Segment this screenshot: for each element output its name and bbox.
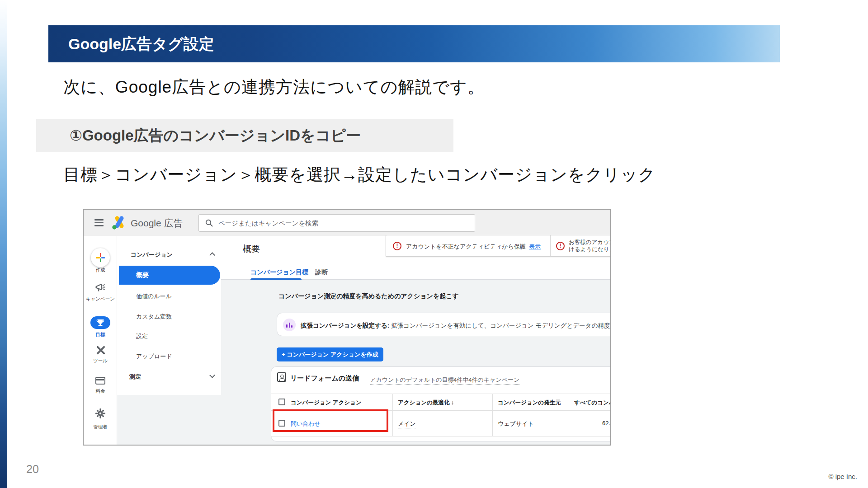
table-header-divider xyxy=(271,394,611,394)
hamburger-menu-icon[interactable] xyxy=(94,219,104,226)
goal-campaign-count[interactable]: 4件中4件のキャンペーン xyxy=(453,376,519,385)
red-annotation-box xyxy=(273,409,388,432)
nav-item-goal-selected[interactable] xyxy=(90,316,110,329)
secondary-section-measurement[interactable]: 測定 xyxy=(129,373,141,381)
active-tab-underline xyxy=(250,278,302,280)
step-label-box: ①Google広告のコンバージョンIDをコピー xyxy=(36,119,453,152)
bar-chart-icon xyxy=(283,319,296,331)
chevron-up-icon[interactable] xyxy=(209,252,215,258)
search-box[interactable] xyxy=(198,214,475,232)
google-ads-logo-text: Google 広告 xyxy=(131,217,183,230)
trophy-icon xyxy=(96,319,104,327)
copyright: © ipe Inc. xyxy=(828,473,857,480)
tab-conversion-goals[interactable]: コンバージョン目標 xyxy=(250,268,308,277)
search-icon xyxy=(205,219,213,227)
col-header-source: コンバージョンの発生元 xyxy=(498,399,561,407)
alert-show-link[interactable]: 表示 xyxy=(529,243,541,251)
enhanced-conversion-banner[interactable]: 拡張コンバージョンを設定する: 拡張コンバージョンを有効にして、コンバージョン … xyxy=(277,313,611,336)
primary-nav: 作成 キャンペーン 目標 ツール xyxy=(84,236,117,446)
megaphone-icon[interactable] xyxy=(95,283,106,292)
page-title: 概要 xyxy=(243,243,260,255)
action-heading: コンバージョン測定の精度を高めるためのアクションを起こす xyxy=(278,292,459,300)
header-checkbox[interactable] xyxy=(278,399,285,405)
column-divider xyxy=(569,394,569,436)
nav-label-campaign[interactable]: キャンペーン xyxy=(84,296,117,302)
nav-label-create[interactable]: 作成 xyxy=(84,267,117,273)
search-input[interactable] xyxy=(218,220,462,227)
secondary-item-settings[interactable]: 設定 xyxy=(136,332,148,340)
nav-item-create[interactable] xyxy=(91,248,110,267)
tab-diagnostics[interactable]: 診断 xyxy=(315,268,328,277)
lead-form-icon xyxy=(277,372,286,382)
billing-card-icon[interactable] xyxy=(95,377,105,385)
chevron-down-icon[interactable] xyxy=(209,372,215,378)
goal-title: リードフォームの送信 xyxy=(290,374,359,383)
secondary-section-conversion[interactable]: コンバージョン xyxy=(131,251,173,259)
gear-icon[interactable] xyxy=(95,408,105,418)
instruction-text: 目標＞コンバージョン＞概要を選択→設定したいコンバージョンをクリック xyxy=(63,164,656,186)
alert-exclamation-icon xyxy=(393,242,401,250)
alert-account-text: お客様のアカウン けるようになりま xyxy=(569,239,611,253)
left-gradient-stripe xyxy=(0,0,7,488)
secondary-item-value-rules[interactable]: 価値のルール xyxy=(136,292,172,300)
title-banner: Google広告タグ設定 xyxy=(48,25,780,62)
alert-strip: アカウントを不正なアクティビティから保護 表示 お客様のアカウン けるようになり… xyxy=(386,235,611,257)
tools-icon[interactable] xyxy=(95,345,105,355)
multicolor-plus-icon xyxy=(96,253,105,262)
row-conversions-value: 62. xyxy=(569,420,611,427)
alert-protect-text: アカウントを不正なアクティビティから保護 xyxy=(406,243,526,251)
banner-title: Google広告タグ設定 xyxy=(68,35,214,52)
slide: Google広告タグ設定 次に、Google広告との連携方法についての解説です。… xyxy=(0,0,868,488)
secondary-item-upload[interactable]: アップロード xyxy=(136,352,172,361)
create-conversion-action-button[interactable]: + コンバージョン アクションを作成 xyxy=(277,347,383,361)
nav-label-tools[interactable]: ツール xyxy=(84,357,117,364)
alert-exclamation-icon xyxy=(556,242,565,250)
nav-label-billing[interactable]: 料金 xyxy=(84,388,117,394)
alert-divider xyxy=(550,235,551,256)
intro-text: 次に、Google広告との連携方法についての解説です。 xyxy=(63,76,485,99)
secondary-item-overview-selected[interactable]: 概要 xyxy=(119,266,220,285)
page-number: 20 xyxy=(26,463,39,476)
goal-default-badge[interactable]: アカウントのデフォルトの目標 xyxy=(370,376,454,385)
google-ads-screenshot: Google 広告 作成 キャンペーン xyxy=(83,209,611,446)
step-label: ①Google広告のコンバージョンIDをコピー xyxy=(70,127,361,144)
column-divider xyxy=(492,394,493,436)
secondary-item-custom-variables[interactable]: カスタム変数 xyxy=(136,313,172,321)
google-ads-logo-icon[interactable] xyxy=(111,215,128,231)
table-bottom-divider xyxy=(271,436,611,436)
secondary-nav: コンバージョン 概要 価値のルール カスタム変数 設定 アップロード 測定 xyxy=(117,236,221,395)
nav-label-admin[interactable]: 管理者 xyxy=(84,423,117,430)
row-source: ウェブサイト xyxy=(498,420,534,428)
col-header-optimization-sort[interactable]: アクションの最適化 ↓ xyxy=(398,399,454,407)
col-header-all-conversions: すべてのコンバージョ xyxy=(574,399,611,407)
col-header-action: コンバージョン アクション xyxy=(291,399,362,407)
nav-label-goal[interactable]: 目標 xyxy=(84,331,117,338)
column-divider xyxy=(392,394,393,436)
enhanced-conversion-text: 拡張コンバージョンを設定する: 拡張コンバージョンを有効にして、コンバージョン … xyxy=(301,322,611,330)
row-optimization[interactable]: メイン xyxy=(398,420,416,428)
